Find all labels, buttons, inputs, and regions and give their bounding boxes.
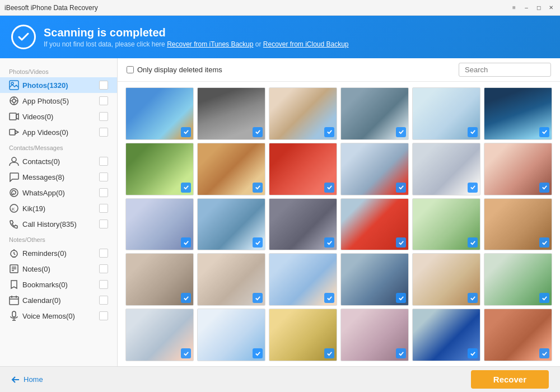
sidebar-item-messages[interactable]: Messages(8) <box>0 169 117 185</box>
photo-check-icon[interactable] <box>253 348 263 358</box>
only-deleted-filter[interactable]: Only display deleted items <box>127 66 222 74</box>
sidebar-item-messages-check[interactable] <box>99 172 108 181</box>
photo-thumbnail[interactable] <box>484 143 552 195</box>
photo-thumbnail[interactable] <box>340 143 409 195</box>
photo-thumbnail[interactable] <box>197 143 265 195</box>
close-button[interactable]: ✕ <box>547 3 556 12</box>
sidebar-item-kik[interactable]: K Kik(19) <box>0 200 117 216</box>
photo-check-icon[interactable] <box>468 127 478 137</box>
photo-check-icon[interactable] <box>324 237 334 248</box>
sidebar-item-contacts-check[interactable] <box>99 157 108 166</box>
photo-thumbnail[interactable] <box>484 309 552 361</box>
sidebar-item-calendar[interactable]: Calendar(0) <box>0 292 117 308</box>
photo-check-icon[interactable] <box>468 348 478 358</box>
photo-thumbnail[interactable] <box>269 253 337 306</box>
sidebar-item-notes-check[interactable] <box>99 264 108 273</box>
sidebar-item-videos-check[interactable] <box>99 112 108 121</box>
sidebar-item-photos[interactable]: Photos(1320) <box>0 77 117 93</box>
photo-check-icon[interactable] <box>396 127 406 137</box>
sidebar-item-app-photos-check[interactable] <box>99 96 108 105</box>
photo-thumbnail[interactable] <box>412 143 480 195</box>
itunes-backup-link[interactable]: Recover from iTunes Backup <box>167 40 253 48</box>
photo-check-icon[interactable] <box>181 237 191 248</box>
photo-thumbnail[interactable] <box>412 309 480 361</box>
photo-check-icon[interactable] <box>324 183 334 193</box>
only-deleted-checkbox[interactable] <box>127 66 134 73</box>
sidebar-item-call-history[interactable]: Call History(835) <box>0 216 117 232</box>
sidebar-item-calendar-check[interactable] <box>99 296 108 305</box>
photo-check-icon[interactable] <box>396 293 406 303</box>
menu-icon[interactable]: ≡ <box>510 3 519 12</box>
photo-thumbnail[interactable] <box>340 309 409 361</box>
photo-check-icon[interactable] <box>539 183 549 193</box>
photo-check-icon[interactable] <box>539 348 549 358</box>
icloud-backup-link[interactable]: Recover from iCloud Backup <box>263 40 349 48</box>
photo-thumbnail[interactable] <box>269 198 337 251</box>
photo-check-icon[interactable] <box>181 127 191 137</box>
photo-check-icon[interactable] <box>253 127 263 137</box>
photo-check-icon[interactable] <box>396 183 406 193</box>
photo-thumbnail[interactable] <box>125 309 194 361</box>
sidebar-item-voice-memos-check[interactable] <box>99 311 108 320</box>
photo-check-icon[interactable] <box>539 127 549 137</box>
photo-thumbnail[interactable] <box>484 198 552 251</box>
sidebar-item-reminders-check[interactable] <box>99 249 108 258</box>
photo-thumbnail[interactable] <box>269 87 337 140</box>
sidebar-item-voice-memos[interactable]: Voice Memos(0) <box>0 308 117 324</box>
restore-button[interactable]: ◻ <box>534 3 543 12</box>
photo-check-icon[interactable] <box>468 183 478 193</box>
sidebar-item-kik-check[interactable] <box>99 204 108 213</box>
minimize-button[interactable]: – <box>522 3 531 12</box>
sidebar-item-whatsapp[interactable]: WhatsApp(0) <box>0 185 117 200</box>
photo-thumbnail[interactable] <box>340 253 409 306</box>
photo-thumbnail[interactable] <box>125 198 194 251</box>
photo-thumbnail[interactable] <box>197 253 265 306</box>
sidebar-item-photos-check[interactable] <box>99 81 108 90</box>
sidebar-item-bookmarks-check[interactable] <box>99 280 108 289</box>
photo-thumbnail[interactable] <box>412 253 480 306</box>
photo-thumbnail[interactable] <box>484 87 552 140</box>
home-button[interactable]: Home <box>11 375 43 384</box>
photo-thumbnail[interactable] <box>412 87 480 140</box>
sidebar-item-whatsapp-check[interactable] <box>99 188 108 197</box>
photo-thumbnail[interactable] <box>484 253 552 306</box>
photo-thumbnail[interactable] <box>197 87 265 140</box>
photo-check-icon[interactable] <box>181 183 191 193</box>
photo-check-icon[interactable] <box>253 293 263 303</box>
photo-thumbnail[interactable] <box>340 87 409 140</box>
photo-check-icon[interactable] <box>539 237 549 248</box>
sidebar-item-app-videos[interactable]: App Videos(0) <box>0 124 117 140</box>
search-input[interactable] <box>459 63 551 77</box>
photo-check-icon[interactable] <box>396 348 406 358</box>
photo-thumbnail[interactable] <box>125 143 194 195</box>
photo-check-icon[interactable] <box>324 293 334 303</box>
sidebar-item-contacts[interactable]: Contacts(0) <box>0 153 117 169</box>
photo-check-icon[interactable] <box>253 237 263 248</box>
photo-thumbnail[interactable] <box>197 198 265 251</box>
photo-thumbnail[interactable] <box>340 198 409 251</box>
photo-check-icon[interactable] <box>253 183 263 193</box>
photo-check-icon[interactable] <box>181 348 191 358</box>
photo-thumbnail[interactable] <box>125 253 194 306</box>
recover-button[interactable]: Recover <box>471 370 549 389</box>
sidebar-item-notes[interactable]: Notes(0) <box>0 261 117 277</box>
photo-thumbnail[interactable] <box>412 198 480 251</box>
photo-check-icon[interactable] <box>324 348 334 358</box>
bookmark-icon <box>9 279 19 290</box>
photo-check-icon[interactable] <box>539 293 549 303</box>
photo-check-icon[interactable] <box>468 293 478 303</box>
photo-thumbnail[interactable] <box>197 309 265 361</box>
photo-thumbnail[interactable] <box>269 143 337 195</box>
photo-thumbnail[interactable] <box>269 309 337 361</box>
sidebar-item-call-check[interactable] <box>99 220 108 228</box>
photo-check-icon[interactable] <box>324 127 334 137</box>
photo-thumbnail[interactable] <box>125 87 194 140</box>
sidebar-item-app-photos[interactable]: App Photos(5) <box>0 93 117 109</box>
sidebar-item-app-videos-check[interactable] <box>99 128 108 137</box>
photo-check-icon[interactable] <box>181 293 191 303</box>
photo-check-icon[interactable] <box>468 237 478 248</box>
photo-check-icon[interactable] <box>396 237 406 248</box>
sidebar-item-reminders[interactable]: Reminders(0) <box>0 245 117 261</box>
sidebar-item-videos[interactable]: Videos(0) <box>0 109 117 124</box>
sidebar-item-bookmarks[interactable]: Bookmarks(0) <box>0 277 117 292</box>
